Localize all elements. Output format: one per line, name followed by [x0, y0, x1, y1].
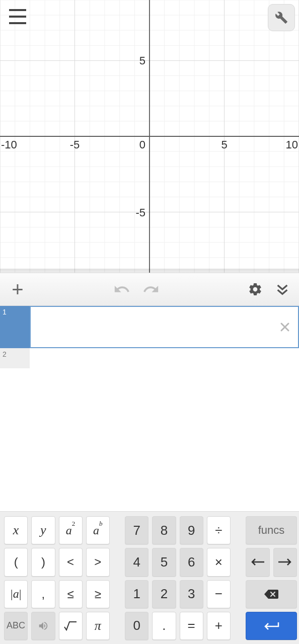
key-5[interactable]: 5 — [152, 548, 176, 576]
svg-text:5: 5 — [221, 138, 227, 151]
key-pi[interactable]: π — [86, 612, 110, 640]
key-greater-than[interactable]: > — [86, 548, 110, 576]
undo-icon — [113, 281, 130, 298]
key-cursor-left[interactable] — [246, 548, 270, 576]
gear-icon — [248, 282, 263, 297]
math-keyboard: x y a2 ab ( ) < > |a| , ≤ ≥ ABC π 7 8 9 — [0, 511, 299, 644]
svg-text:-5: -5 — [135, 206, 145, 219]
arrow-left-icon — [250, 558, 265, 566]
svg-text:5: 5 — [139, 54, 145, 67]
expression-input[interactable] — [31, 307, 298, 347]
expression-row[interactable]: 2 — [0, 348, 299, 368]
collapse-expressions-button[interactable] — [270, 277, 295, 302]
svg-text:-10: -10 — [1, 138, 17, 151]
coordinate-plane: -10-50510-55 — [0, 0, 299, 273]
sqrt-icon — [63, 620, 78, 632]
key-plus[interactable]: + — [207, 612, 231, 640]
redo-button[interactable] — [138, 277, 164, 302]
key-3[interactable]: 3 — [180, 580, 203, 608]
key-open-paren[interactable]: ( — [4, 548, 28, 576]
key-multiply[interactable]: × — [207, 548, 231, 576]
key-2[interactable]: 2 — [152, 580, 176, 608]
key-le[interactable]: ≤ — [59, 580, 83, 608]
key-less-than[interactable]: < — [59, 548, 83, 576]
backspace-icon — [263, 589, 279, 600]
expression-settings-button[interactable] — [243, 277, 268, 302]
enter-icon — [261, 621, 281, 631]
key-power[interactable]: ab — [86, 516, 110, 544]
key-audio[interactable] — [31, 612, 55, 640]
expression-index: 2 — [0, 348, 30, 368]
speaker-icon — [38, 620, 49, 631]
key-minus[interactable]: − — [207, 580, 231, 608]
svg-text:0: 0 — [139, 138, 145, 151]
key-abs[interactable]: |a| — [4, 580, 28, 608]
add-expression-button[interactable]: + — [5, 277, 30, 302]
key-comma[interactable]: , — [31, 580, 55, 608]
close-icon — [279, 321, 291, 333]
key-x[interactable]: x — [4, 516, 28, 544]
double-chevron-down-icon — [274, 281, 290, 297]
key-0[interactable]: 0 — [125, 612, 148, 640]
key-ge[interactable]: ≥ — [86, 580, 110, 608]
redo-icon — [142, 281, 160, 298]
svg-text:-5: -5 — [70, 138, 80, 151]
expression-list-empty-area[interactable] — [0, 368, 299, 511]
svg-text:10: 10 — [286, 138, 298, 151]
key-close-paren[interactable]: ) — [31, 548, 55, 576]
key-decimal[interactable]: . — [152, 612, 176, 640]
key-functions[interactable]: funcs — [246, 516, 297, 544]
expression-index: 1 — [0, 306, 30, 348]
key-8[interactable]: 8 — [152, 516, 176, 544]
key-square[interactable]: a2 — [59, 516, 83, 544]
key-1[interactable]: 1 — [125, 580, 148, 608]
key-cursor-right[interactable] — [273, 548, 297, 576]
expression-input[interactable] — [30, 348, 299, 368]
key-7[interactable]: 7 — [125, 516, 148, 544]
expression-row[interactable]: 1 — [0, 306, 299, 348]
key-enter[interactable] — [246, 612, 297, 640]
expression-list: 1 2 — [0, 306, 299, 368]
hamburger-menu-button[interactable] — [9, 9, 26, 24]
key-equals[interactable]: = — [180, 612, 203, 640]
key-4[interactable]: 4 — [125, 548, 148, 576]
key-backspace[interactable] — [246, 580, 297, 608]
undo-button[interactable] — [109, 277, 134, 302]
key-y[interactable]: y — [31, 516, 55, 544]
expression-toolbar: + — [0, 273, 299, 306]
key-divide[interactable]: ÷ — [207, 516, 231, 544]
key-6[interactable]: 6 — [180, 548, 203, 576]
delete-expression-button[interactable] — [276, 318, 294, 336]
graph-settings-button[interactable] — [268, 4, 295, 31]
key-9[interactable]: 9 — [180, 516, 203, 544]
key-abc[interactable]: ABC — [4, 612, 28, 640]
graph-canvas[interactable]: -10-50510-55 — [0, 0, 299, 273]
wrench-icon — [275, 11, 288, 24]
arrow-right-icon — [277, 558, 292, 566]
key-sqrt[interactable] — [59, 612, 83, 640]
